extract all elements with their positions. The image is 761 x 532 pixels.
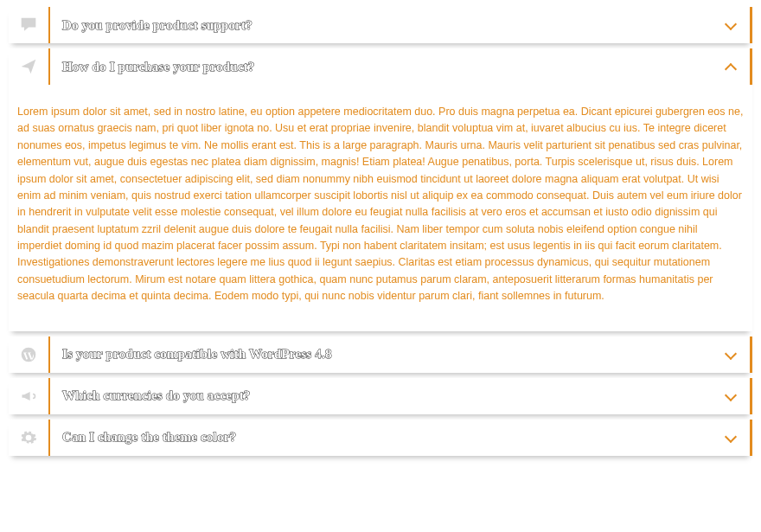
accordion-title-cell: Do you provide product support? [50, 18, 710, 33]
accordion-item: Can I change the theme color? [9, 420, 752, 456]
chevron-down-icon[interactable] [710, 349, 750, 360]
paper-plane-icon [9, 58, 48, 75]
accordion-title: Do you provide product support? [62, 18, 253, 33]
accordion-title-cell: Which currencies do you accept? [50, 388, 710, 403]
accordion-title: Is your product compatible with WordPres… [62, 347, 332, 362]
accordion-header[interactable]: Can I change the theme color? [9, 420, 752, 456]
wordpress-icon [9, 346, 48, 363]
accordion-header[interactable]: Do you provide product support? [9, 7, 752, 43]
chevron-down-icon[interactable] [710, 20, 750, 30]
accordion-title-cell: Is your product compatible with WordPres… [50, 347, 710, 362]
chevron-down-icon[interactable] [710, 433, 750, 443]
comment-icon [9, 16, 48, 34]
accordion-item: How do I purchase your product?Lorem ips… [9, 48, 752, 331]
accordion-item: Is your product compatible with WordPres… [9, 337, 752, 373]
accordion-body: Lorem ipsum dolor sit amet, sed in nostr… [9, 85, 752, 331]
accordion-header[interactable]: How do I purchase your product? [9, 48, 752, 85]
bullhorn-icon [9, 388, 48, 405]
accordion-header[interactable]: Which currencies do you accept? [9, 378, 752, 414]
chevron-down-icon[interactable] [710, 391, 750, 401]
accordion-item: Do you provide product support? [9, 7, 752, 43]
chevron-up-icon[interactable] [710, 61, 750, 72]
accordion-title: Can I change the theme color? [62, 430, 236, 445]
accordion-title: How do I purchase your product? [62, 60, 255, 74]
accordion-item: Which currencies do you accept? [9, 378, 752, 414]
accordion-title-cell: How do I purchase your product? [50, 60, 710, 74]
accordion-title-cell: Can I change the theme color? [50, 430, 710, 445]
accordion: Do you provide product support?How do I … [9, 7, 752, 456]
gear-icon [9, 429, 48, 446]
accordion-title: Which currencies do you accept? [62, 388, 251, 403]
accordion-header[interactable]: Is your product compatible with WordPres… [9, 337, 752, 373]
